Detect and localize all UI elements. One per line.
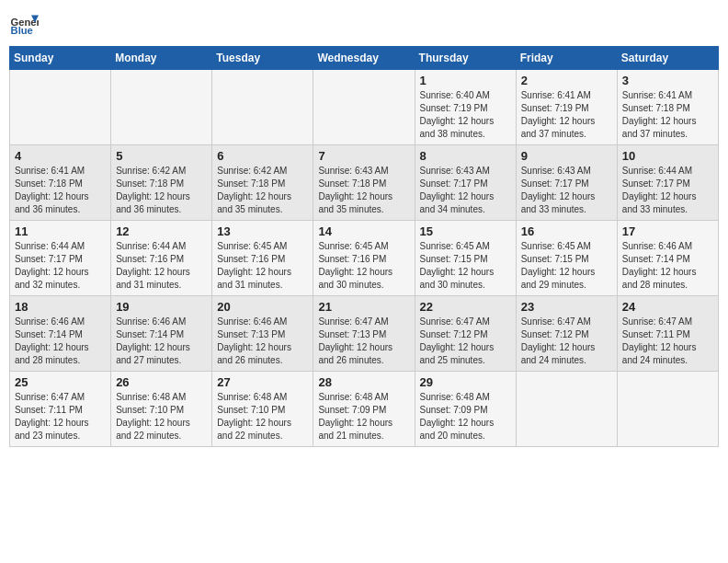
day-info: Sunrise: 6:45 AM Sunset: 7:16 PM Dayligh…: [318, 240, 409, 292]
calendar-cell: [617, 372, 718, 447]
day-info: Sunrise: 6:43 AM Sunset: 7:17 PM Dayligh…: [521, 165, 612, 216]
day-number: 8: [420, 149, 511, 163]
calendar-cell: 4Sunrise: 6:41 AM Sunset: 7:18 PM Daylig…: [10, 145, 111, 221]
calendar-cell: 8Sunrise: 6:43 AM Sunset: 7:17 PM Daylig…: [415, 145, 516, 221]
calendar-cell: 11Sunrise: 6:44 AM Sunset: 7:17 PM Dayli…: [10, 221, 111, 296]
calendar-cell: 16Sunrise: 6:45 AM Sunset: 7:15 PM Dayli…: [516, 221, 617, 296]
week-row-5: 25Sunrise: 6:47 AM Sunset: 7:11 PM Dayli…: [10, 372, 719, 447]
day-number: 11: [15, 224, 106, 238]
day-number: 5: [116, 149, 207, 163]
calendar-cell: 19Sunrise: 6:46 AM Sunset: 7:14 PM Dayli…: [111, 296, 212, 372]
calendar-cell: 26Sunrise: 6:48 AM Sunset: 7:10 PM Dayli…: [111, 372, 212, 447]
logo: General Blue: [9, 9, 42, 39]
calendar-cell: 3Sunrise: 6:41 AM Sunset: 7:18 PM Daylig…: [617, 70, 718, 145]
day-info: Sunrise: 6:45 AM Sunset: 7:15 PM Dayligh…: [420, 240, 511, 292]
calendar-cell: 20Sunrise: 6:46 AM Sunset: 7:13 PM Dayli…: [212, 296, 313, 372]
day-info: Sunrise: 6:48 AM Sunset: 7:09 PM Dayligh…: [318, 391, 409, 442]
day-info: Sunrise: 6:47 AM Sunset: 7:11 PM Dayligh…: [622, 316, 713, 367]
calendar-cell: 28Sunrise: 6:48 AM Sunset: 7:09 PM Dayli…: [313, 372, 415, 447]
week-row-2: 4Sunrise: 6:41 AM Sunset: 7:18 PM Daylig…: [10, 145, 719, 221]
day-number: 18: [15, 300, 106, 314]
day-info: Sunrise: 6:45 AM Sunset: 7:16 PM Dayligh…: [217, 240, 308, 292]
day-number: 9: [521, 149, 612, 163]
col-header-wednesday: Wednesday: [313, 47, 415, 70]
day-number: 19: [116, 300, 207, 314]
day-number: 20: [217, 300, 308, 314]
col-header-saturday: Saturday: [617, 47, 718, 70]
calendar-cell: 12Sunrise: 6:44 AM Sunset: 7:16 PM Dayli…: [111, 221, 212, 296]
week-row-4: 18Sunrise: 6:46 AM Sunset: 7:14 PM Dayli…: [10, 296, 719, 372]
day-number: 4: [15, 149, 106, 163]
calendar-cell: 17Sunrise: 6:46 AM Sunset: 7:14 PM Dayli…: [617, 221, 718, 296]
day-info: Sunrise: 6:46 AM Sunset: 7:14 PM Dayligh…: [622, 240, 713, 292]
day-info: Sunrise: 6:47 AM Sunset: 7:12 PM Dayligh…: [521, 316, 612, 367]
day-number: 28: [318, 375, 409, 389]
day-number: 13: [217, 224, 308, 238]
day-info: Sunrise: 6:44 AM Sunset: 7:17 PM Dayligh…: [15, 240, 106, 292]
day-number: 26: [116, 375, 207, 389]
calendar-cell: [111, 70, 212, 145]
day-number: 7: [318, 149, 409, 163]
svg-text:Blue: Blue: [11, 25, 33, 36]
calendar-cell: 18Sunrise: 6:46 AM Sunset: 7:14 PM Dayli…: [10, 296, 111, 372]
day-number: 23: [521, 300, 612, 314]
col-header-monday: Monday: [111, 47, 212, 70]
calendar-cell: 21Sunrise: 6:47 AM Sunset: 7:13 PM Dayli…: [313, 296, 415, 372]
day-number: 25: [15, 375, 106, 389]
col-header-thursday: Thursday: [415, 47, 516, 70]
logo-icon: General Blue: [9, 9, 39, 39]
day-info: Sunrise: 6:46 AM Sunset: 7:14 PM Dayligh…: [15, 316, 106, 367]
day-number: 16: [521, 224, 612, 238]
calendar-cell: 25Sunrise: 6:47 AM Sunset: 7:11 PM Dayli…: [10, 372, 111, 447]
col-header-sunday: Sunday: [10, 47, 111, 70]
day-number: 14: [318, 224, 409, 238]
calendar-cell: 9Sunrise: 6:43 AM Sunset: 7:17 PM Daylig…: [516, 145, 617, 221]
day-number: 2: [521, 74, 612, 87]
week-row-3: 11Sunrise: 6:44 AM Sunset: 7:17 PM Dayli…: [10, 221, 719, 296]
page-header: General Blue: [9, 9, 719, 39]
day-number: 10: [622, 149, 713, 163]
day-info: Sunrise: 6:47 AM Sunset: 7:11 PM Dayligh…: [15, 391, 106, 442]
calendar-cell: [516, 372, 617, 447]
calendar-cell: 22Sunrise: 6:47 AM Sunset: 7:12 PM Dayli…: [415, 296, 516, 372]
calendar-cell: 5Sunrise: 6:42 AM Sunset: 7:18 PM Daylig…: [111, 145, 212, 221]
calendar-cell: 6Sunrise: 6:42 AM Sunset: 7:18 PM Daylig…: [212, 145, 313, 221]
week-row-1: 1Sunrise: 6:40 AM Sunset: 7:19 PM Daylig…: [10, 70, 719, 145]
day-number: 22: [420, 300, 511, 314]
day-info: Sunrise: 6:48 AM Sunset: 7:10 PM Dayligh…: [116, 391, 207, 442]
day-number: 21: [318, 300, 409, 314]
day-info: Sunrise: 6:43 AM Sunset: 7:18 PM Dayligh…: [318, 165, 409, 216]
day-info: Sunrise: 6:42 AM Sunset: 7:18 PM Dayligh…: [116, 165, 207, 216]
calendar-cell: [212, 70, 313, 145]
day-info: Sunrise: 6:46 AM Sunset: 7:14 PM Dayligh…: [116, 316, 207, 367]
day-number: 1: [420, 74, 511, 87]
calendar-cell: [313, 70, 415, 145]
calendar-cell: 1Sunrise: 6:40 AM Sunset: 7:19 PM Daylig…: [415, 70, 516, 145]
calendar-cell: 15Sunrise: 6:45 AM Sunset: 7:15 PM Dayli…: [415, 221, 516, 296]
day-number: 6: [217, 149, 308, 163]
day-number: 12: [116, 224, 207, 238]
day-info: Sunrise: 6:47 AM Sunset: 7:13 PM Dayligh…: [318, 316, 409, 367]
day-info: Sunrise: 6:46 AM Sunset: 7:13 PM Dayligh…: [217, 316, 308, 367]
calendar-cell: 29Sunrise: 6:48 AM Sunset: 7:09 PM Dayli…: [415, 372, 516, 447]
calendar-cell: 14Sunrise: 6:45 AM Sunset: 7:16 PM Dayli…: [313, 221, 415, 296]
day-info: Sunrise: 6:48 AM Sunset: 7:10 PM Dayligh…: [217, 391, 308, 442]
day-number: 15: [420, 224, 511, 238]
day-info: Sunrise: 6:41 AM Sunset: 7:18 PM Dayligh…: [622, 89, 713, 141]
day-info: Sunrise: 6:47 AM Sunset: 7:12 PM Dayligh…: [420, 316, 511, 367]
calendar-cell: 27Sunrise: 6:48 AM Sunset: 7:10 PM Dayli…: [212, 372, 313, 447]
calendar-table: SundayMondayTuesdayWednesdayThursdayFrid…: [9, 46, 719, 447]
day-info: Sunrise: 6:44 AM Sunset: 7:16 PM Dayligh…: [116, 240, 207, 292]
day-info: Sunrise: 6:44 AM Sunset: 7:17 PM Dayligh…: [622, 165, 713, 216]
calendar-cell: 24Sunrise: 6:47 AM Sunset: 7:11 PM Dayli…: [617, 296, 718, 372]
day-info: Sunrise: 6:41 AM Sunset: 7:19 PM Dayligh…: [521, 89, 612, 141]
day-number: 29: [420, 375, 511, 389]
col-header-friday: Friday: [516, 47, 617, 70]
calendar-cell: [10, 70, 111, 145]
day-number: 17: [622, 224, 713, 238]
day-info: Sunrise: 6:42 AM Sunset: 7:18 PM Dayligh…: [217, 165, 308, 216]
calendar-cell: 23Sunrise: 6:47 AM Sunset: 7:12 PM Dayli…: [516, 296, 617, 372]
day-info: Sunrise: 6:41 AM Sunset: 7:18 PM Dayligh…: [15, 165, 106, 216]
day-info: Sunrise: 6:45 AM Sunset: 7:15 PM Dayligh…: [521, 240, 612, 292]
day-number: 3: [622, 74, 713, 87]
